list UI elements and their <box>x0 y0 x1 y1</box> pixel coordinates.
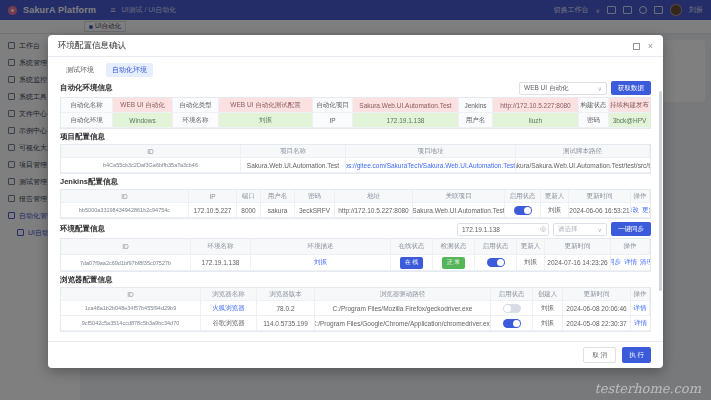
confirm-button[interactable]: 执 行 <box>622 347 651 363</box>
check-status-badge: 正 常 <box>442 257 466 269</box>
one-key-sync-button[interactable]: 一键同步 <box>611 222 651 236</box>
automation-type-select[interactable]: WEB UI 自动化 ∨ <box>519 82 607 95</box>
section-title-jenkins: Jenkins配置信息 <box>60 177 118 187</box>
column-header: 启用状态 <box>505 190 541 203</box>
browser-driver-path: C:/Program Files/Google/Chrome/Applicati… <box>315 316 491 331</box>
cancel-button[interactable]: 取 消 <box>583 347 616 363</box>
browser-version: 114.0.5735.199 <box>257 316 315 331</box>
jenkins-user: sakura <box>261 203 295 218</box>
column-header: 操作 <box>631 288 650 301</box>
jenkins-edit-link[interactable]: 修改 <box>631 206 639 215</box>
jenkins-password: 3eckSRFV <box>295 203 335 218</box>
jenkins-id: bb5000a33198434942861b2c94754c <box>61 203 189 218</box>
env-enabled-toggle[interactable] <box>487 258 505 267</box>
project-name: Sakura.Web.UI.Automation.Test <box>241 158 346 173</box>
kv-label: 构建状态 <box>579 98 609 113</box>
jenkins-more-link[interactable]: 更多 <box>642 206 650 215</box>
column-header: 创建人 <box>533 288 563 301</box>
dialog-header: 环境配置信息确认 × <box>48 35 663 57</box>
dialog-close-icon[interactable]: × <box>648 42 653 51</box>
env-desc-link[interactable]: 刘振 <box>251 255 391 271</box>
kv-label: 自动化环境 <box>61 113 113 128</box>
browser-creator: 刘振 <box>533 316 563 331</box>
jenkins-url: http://172.10.5.227:8080 <box>335 203 413 218</box>
column-header: 更新时间 <box>545 239 611 255</box>
column-header: 浏览器版本 <box>257 288 315 301</box>
kv-label: 自动化类型 <box>173 98 219 113</box>
dialog-fullscreen-icon[interactable] <box>633 43 640 50</box>
env-id: 7da07f9aa2c69d1bf97bf8f35c07527b <box>61 255 191 271</box>
kv-label: Jenkins <box>459 98 493 113</box>
column-header: 项目地址 <box>346 145 516 158</box>
kv-label: 用户名 <box>459 113 493 128</box>
column-header: 密码 <box>295 190 335 203</box>
browser-update-time: 2024-06-08 20:06:46 <box>563 301 631 316</box>
watermark: testerhome.com <box>594 381 701 396</box>
dialog-body: 测试环境 自动化环境 自动化环境信息 WEB UI 自动化 ∨ 获取数据 自动化… <box>48 57 663 341</box>
browser-enabled-toggle[interactable] <box>503 319 521 328</box>
column-header: ID <box>61 239 191 255</box>
column-header: 环境名称 <box>191 239 251 255</box>
column-header: 更新人 <box>517 239 545 255</box>
browser-enabled-toggle[interactable] <box>503 304 521 313</box>
project-id: b4Ca55cb3c2Daf3Ga6bffb35aTa3cb46 <box>61 158 241 173</box>
browser-detail-link[interactable]: 详情 <box>634 319 647 328</box>
kv-label: 自动化项目 <box>313 98 353 113</box>
column-header: IP <box>189 190 237 203</box>
kv-value: 持续构建发布 <box>609 98 650 113</box>
dialog-title: 环境配置信息确认 <box>58 40 126 52</box>
column-header: 操作 <box>631 190 650 203</box>
env-sync-link[interactable]: 同步 <box>611 258 621 267</box>
fetch-data-button[interactable]: 获取数据 <box>611 81 651 95</box>
dialog-footer: 取 消 执 行 <box>48 341 663 368</box>
column-header: 浏览器驱动路径 <box>315 288 491 301</box>
tab-automation-env[interactable]: 自动化环境 <box>106 63 153 77</box>
clear-icon[interactable]: ◎ <box>540 225 546 233</box>
browser-config-table: ID 浏览器名称 浏览器版本 浏览器驱动路径 启用状态 创建人 更新时间 操作 … <box>60 287 651 332</box>
env-updater: 刘振 <box>517 255 545 271</box>
env-select[interactable]: 请选择 ∨ <box>553 223 607 236</box>
env-ip-input[interactable] <box>457 223 549 236</box>
kv-label: IP <box>313 113 353 128</box>
column-header: 启用状态 <box>491 288 533 301</box>
jenkins-project: Sakura.Web.UI.Automation.Test <box>413 203 505 218</box>
column-header: 检测状态 <box>433 239 475 255</box>
automation-env-table: 自动化名称 WEB UI 自动化 自动化类型 WEB UI 自动化测试配置 自动… <box>60 97 651 129</box>
kv-value: http://172.10.5.227:8080 <box>493 98 579 113</box>
section-title-browser: 浏览器配置信息 <box>60 275 113 285</box>
jenkins-port: 8000 <box>237 203 261 218</box>
kv-value: WEB UI 自动化测试配置 <box>219 98 313 113</box>
kv-value: Sakura.Web.UI.Automation.Test <box>353 98 459 113</box>
env-update-time: 2024-07-16 14:23:26 <box>545 255 611 271</box>
jenkins-enabled-toggle[interactable] <box>514 206 532 215</box>
env-detail-link[interactable]: 详情 <box>624 258 637 267</box>
column-header: ID <box>61 190 189 203</box>
browser-detail-link[interactable]: 详情 <box>634 304 647 313</box>
column-header: 测试脚本路径 <box>516 145 650 158</box>
column-header: 用户名 <box>261 190 295 203</box>
chevron-down-icon: ∨ <box>598 85 602 92</box>
kv-value: WEB UI 自动化 <box>113 98 173 113</box>
tab-test-env[interactable]: 测试环境 <box>60 63 100 77</box>
jenkins-updater: 刘振 <box>541 203 569 218</box>
column-header: 启用状态 <box>475 239 517 255</box>
column-header: 操作 <box>611 239 650 255</box>
column-header: 更新时间 <box>569 190 631 203</box>
column-header: 浏览器名称 <box>201 288 257 301</box>
browser-version: 78.0.2 <box>257 301 315 316</box>
kv-label: 密码 <box>579 113 609 128</box>
browser-name: 谷歌浏览器 <box>201 316 257 331</box>
browser-id: 9cf5042c5a3514ccd878c5b3a9bc34d70 <box>61 316 201 331</box>
browser-name-link[interactable]: 火狐浏览器 <box>201 301 257 316</box>
column-header: 在线状态 <box>391 239 433 255</box>
kv-value: Windows <box>113 113 173 128</box>
project-url-link[interactable]: https://gitee.com/SakuraTech/Sakura.Web.… <box>346 158 516 173</box>
dialog-scrollbar[interactable] <box>659 91 662 291</box>
kv-value: 3bck@HPV <box>609 113 650 128</box>
env-name: 172.19.1.138 <box>191 255 251 271</box>
jenkins-update-time: 2024-06-06 16:53:21 <box>569 203 631 218</box>
column-header: ID <box>61 145 241 158</box>
env-clean-link[interactable]: 清理 <box>640 258 650 267</box>
env-config-table: ID 环境名称 环境描述 在线状态 检测状态 启用状态 更新人 更新时间 操作 … <box>60 238 651 272</box>
kv-value: 刘振 <box>219 113 313 128</box>
